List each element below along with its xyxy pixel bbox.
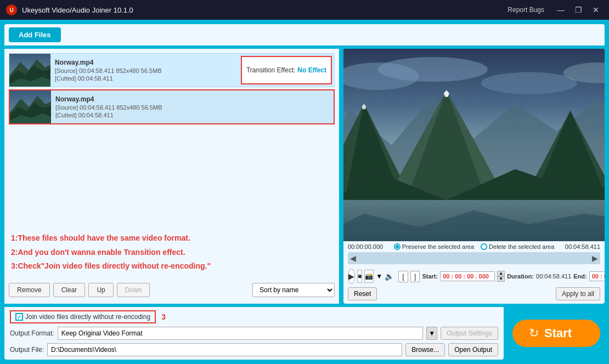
file-name-2: Norway.mp4 bbox=[55, 95, 329, 103]
output-file-input[interactable] bbox=[47, 343, 402, 356]
buttons-row: Remove Clear Up Down Sort by name bbox=[9, 281, 335, 299]
output-settings-button[interactable]: Output Settings bbox=[441, 327, 498, 340]
end-time-display: 00:04:58.411 bbox=[565, 243, 600, 250]
video-controls: 00:00:00.000 Preserve the selected area … bbox=[343, 241, 605, 304]
warning-line-3: 3:Check"Join video files directly withou… bbox=[11, 259, 332, 273]
svg-text:U: U bbox=[9, 7, 13, 13]
file-source-2: [Source] 00:04:58.411 852x480 56.5MB bbox=[55, 104, 329, 111]
file-cutted-2: [Cutted] 00:04:58.411 bbox=[55, 112, 329, 118]
left-panel: Norway.mp4 [Source] 00:04:58.411 852x480… bbox=[4, 49, 339, 304]
start-text: Start bbox=[544, 326, 572, 340]
right-panel: 00:00:00.000 Preserve the selected area … bbox=[343, 49, 605, 304]
file-thumb-1 bbox=[9, 54, 50, 87]
timeline-arrows: ◀ ▶ bbox=[350, 254, 598, 263]
transition-effect-box[interactable]: Transition Effect: No Effect bbox=[241, 56, 332, 84]
start-area: ↻ Start bbox=[508, 307, 605, 360]
preserve-radio[interactable] bbox=[394, 243, 401, 250]
file-cutted-1: [Cutted] 00:04:58.411 bbox=[55, 75, 234, 82]
duration-value: 00:04:58.411 bbox=[536, 273, 571, 280]
delete-radio[interactable] bbox=[481, 243, 487, 250]
down-button[interactable]: Down bbox=[117, 283, 150, 297]
output-file-row: Output File: Browse... Open Output bbox=[10, 343, 498, 356]
stop-button[interactable]: ■ bbox=[357, 270, 362, 283]
preserve-label: Preserve the selected area bbox=[402, 243, 474, 250]
left-bracket-button[interactable]: [ bbox=[398, 271, 408, 282]
start-button[interactable]: ↻ Start bbox=[512, 320, 600, 347]
step-number-3: 3 bbox=[161, 312, 166, 321]
reset-apply-row: Reset Apply to all bbox=[348, 286, 600, 302]
camera-button[interactable]: 📸 bbox=[364, 270, 374, 283]
end-time-input[interactable] bbox=[589, 271, 605, 281]
time-display-row: 00:00:00.000 Preserve the selected area … bbox=[348, 243, 600, 250]
timeline-bar[interactable]: ◀ ▶ bbox=[348, 252, 600, 264]
time-options: Preserve the selected area Delete the se… bbox=[394, 243, 555, 250]
up-button[interactable]: Up bbox=[88, 283, 113, 297]
file-thumb-2 bbox=[10, 90, 51, 123]
preserve-option[interactable]: Preserve the selected area bbox=[394, 243, 474, 250]
bottom-area: Join video files directly without re-enc… bbox=[4, 307, 605, 360]
timeline-right-arrow[interactable]: ▶ bbox=[592, 254, 598, 263]
warning-text: 1:These files should have the same video… bbox=[9, 227, 335, 277]
checkbox-wrapper[interactable]: Join video files directly without re-enc… bbox=[10, 310, 156, 323]
right-bracket-button[interactable]: ] bbox=[410, 271, 420, 282]
close-button[interactable]: ✕ bbox=[588, 4, 604, 16]
join-checkbox[interactable] bbox=[15, 313, 23, 321]
file-source-1: [Source] 00:04:58.411 852x480 56.5MB bbox=[55, 67, 234, 74]
start-time-spinner[interactable]: ▲ ▼ bbox=[497, 271, 505, 282]
minimize-button[interactable]: — bbox=[553, 4, 568, 16]
start-spin-down[interactable]: ▼ bbox=[497, 276, 505, 282]
output-file-label: Output File: bbox=[10, 346, 44, 354]
playback-row: ▶ ■ 📸 ▼ 🔈 [ ] Start: ▲ bbox=[348, 266, 600, 286]
browse-button[interactable]: Browse... bbox=[405, 343, 445, 356]
start-label: Start: bbox=[422, 273, 438, 280]
video-preview bbox=[343, 49, 605, 241]
start-time-display: 00:00:00.000 bbox=[348, 243, 383, 250]
app-title: Ukeysoft Video/Audio Joiner 10.1.0 bbox=[22, 6, 507, 14]
timeline-left-arrow[interactable]: ◀ bbox=[350, 254, 356, 263]
toolbar: Add Files bbox=[4, 24, 605, 46]
titlebar: U Ukeysoft Video/Audio Joiner 10.1.0 Rep… bbox=[0, 0, 609, 20]
dropdown-arrow[interactable]: ▼ bbox=[376, 272, 382, 280]
sort-select[interactable]: Sort by name bbox=[252, 283, 335, 297]
start-icon: ↻ bbox=[529, 326, 539, 340]
main-container: Add Files bbox=[0, 20, 609, 364]
file-name-1: Norway.mp4 bbox=[55, 59, 234, 66]
delete-label: Delete the selected area bbox=[489, 243, 554, 250]
warning-line-1: 1:These files should have the same video… bbox=[11, 231, 332, 245]
transition-value[interactable]: No Effect bbox=[297, 66, 326, 74]
file-list: Norway.mp4 [Source] 00:04:58.411 852x480… bbox=[9, 53, 335, 224]
file-item-1[interactable]: Norway.mp4 [Source] 00:04:58.411 852x480… bbox=[9, 53, 335, 87]
checkbox-label: Join video files directly without re-enc… bbox=[25, 313, 150, 321]
restore-button[interactable]: ❐ bbox=[571, 4, 586, 16]
delete-option[interactable]: Delete the selected area bbox=[481, 243, 554, 250]
output-scroll-button[interactable]: ▼ bbox=[426, 327, 437, 340]
file-item-2[interactable]: Norway.mp4 [Source] 00:04:58.411 852x480… bbox=[9, 89, 335, 124]
remove-button[interactable]: Remove bbox=[9, 283, 50, 297]
reset-button[interactable]: Reset bbox=[348, 287, 377, 300]
window-controls: — ❐ ✕ bbox=[553, 4, 604, 16]
play-button[interactable]: ▶ bbox=[348, 269, 355, 284]
checkbox-row: Join video files directly without re-enc… bbox=[10, 310, 498, 323]
output-format-label: Output Format: bbox=[10, 329, 54, 337]
report-bugs-link[interactable]: Report Bugs bbox=[507, 6, 544, 14]
duration-label: Duration: bbox=[507, 273, 534, 280]
app-logo: U bbox=[5, 4, 18, 16]
end-label: End: bbox=[573, 273, 587, 280]
content-area: Norway.mp4 [Source] 00:04:58.411 852x480… bbox=[4, 49, 605, 304]
apply-all-button[interactable]: Apply to all bbox=[556, 287, 600, 300]
svg-point-13 bbox=[481, 72, 577, 94]
volume-icon[interactable]: 🔈 bbox=[385, 272, 394, 281]
clear-button[interactable]: Clear bbox=[53, 283, 86, 297]
start-time-input[interactable] bbox=[440, 271, 495, 281]
svg-point-12 bbox=[378, 57, 488, 82]
file-info-1: Norway.mp4 [Source] 00:04:58.411 852x480… bbox=[50, 54, 239, 87]
transition-label: Transition Effect: bbox=[246, 66, 295, 74]
file-info-2: Norway.mp4 [Source] 00:04:58.411 852x480… bbox=[51, 90, 334, 123]
start-spin-up[interactable]: ▲ bbox=[497, 271, 505, 276]
bottom-left: Join video files directly without re-enc… bbox=[4, 307, 504, 360]
open-output-button[interactable]: Open Output bbox=[448, 343, 498, 356]
output-format-input[interactable] bbox=[58, 327, 424, 340]
add-files-button[interactable]: Add Files bbox=[9, 27, 61, 42]
output-format-row: Output Format: ▼ Output Settings bbox=[10, 327, 498, 340]
warning-line-2: 2:And you don't wanna enable Transition … bbox=[11, 246, 332, 259]
